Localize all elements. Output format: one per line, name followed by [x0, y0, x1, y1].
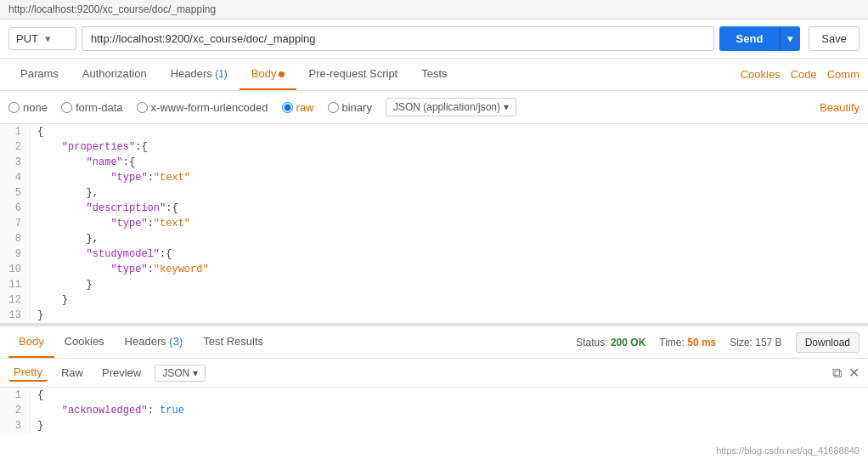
cookies-link[interactable]: Cookies — [741, 68, 781, 81]
option-form-data[interactable]: form-data — [61, 101, 123, 114]
method-select[interactable]: PUT ▾ — [8, 27, 76, 50]
save-button[interactable]: Save — [809, 26, 860, 51]
line-number: 1 — [0, 388, 31, 403]
line-content: "type":"text" — [31, 216, 190, 231]
title-url: http://localhost:9200/xc_course/doc/_map… — [8, 3, 216, 15]
body-dot — [279, 71, 285, 77]
request-tabs-row: Params Authorization Headers (1) Body Pr… — [0, 59, 868, 91]
json-select-caret: ▾ — [504, 101, 509, 113]
send-button-group: Send ▾ — [719, 26, 801, 51]
option-raw[interactable]: raw — [282, 101, 314, 114]
code-line: 3} — [0, 418, 868, 434]
line-content: "acknowledged": true — [31, 403, 184, 418]
request-body-editor[interactable]: 1{2 "properties":{3 "name":{4 "type":"te… — [0, 124, 868, 324]
response-format-row: Pretty Raw Preview JSON ▾ ⧉ ✕ — [0, 359, 868, 388]
line-number: 1 — [0, 124, 31, 139]
line-content: { — [31, 124, 43, 139]
line-number: 2 — [0, 139, 31, 155]
code-line: 3 "name":{ — [0, 155, 868, 170]
line-content: "description":{ — [31, 201, 178, 216]
response-json-select[interactable]: JSON ▾ — [155, 365, 206, 382]
send-dropdown-button[interactable]: ▾ — [780, 26, 800, 51]
send-button[interactable]: Send — [719, 26, 781, 51]
copy-icon[interactable]: ⧉ — [832, 366, 842, 381]
line-number: 3 — [0, 418, 31, 434]
code-line: 1{ — [0, 388, 868, 403]
line-number: 5 — [0, 185, 31, 201]
response-tab-cookies[interactable]: Cookies — [54, 326, 115, 358]
code-line: 6 "description":{ — [0, 201, 868, 216]
line-number: 13 — [0, 308, 31, 323]
line-number: 10 — [0, 262, 31, 277]
code-line: 4 "type":"text" — [0, 170, 868, 185]
tabs-right: Cookies Code Comm — [741, 68, 860, 81]
line-content: "type":"text" — [31, 170, 190, 185]
tab-params[interactable]: Params — [8, 59, 70, 90]
line-number: 11 — [0, 277, 31, 292]
line-content: { — [31, 388, 43, 403]
line-content: }, — [31, 231, 99, 246]
line-content: "name":{ — [31, 155, 135, 170]
beautify-button[interactable]: Beautify — [820, 101, 860, 114]
method-label: PUT — [16, 32, 38, 45]
line-content: } — [31, 308, 43, 323]
method-caret-icon: ▾ — [45, 32, 51, 45]
url-bar: PUT ▾ Send ▾ Save — [0, 20, 868, 59]
line-number: 2 — [0, 403, 31, 418]
line-content: } — [31, 292, 68, 308]
download-button[interactable]: Download — [796, 332, 860, 353]
code-line: 10 "type":"keyword" — [0, 262, 868, 277]
line-number: 9 — [0, 246, 31, 262]
clear-icon[interactable]: ✕ — [848, 365, 860, 381]
line-number: 7 — [0, 216, 31, 231]
line-content: "type":"keyword" — [31, 262, 209, 277]
code-line: 8 }, — [0, 231, 868, 246]
status-value: 200 OK — [611, 337, 645, 348]
line-number: 3 — [0, 155, 31, 170]
code-line: 2 "acknowledged": true — [0, 403, 868, 418]
line-content: }, — [31, 185, 99, 201]
tab-headers[interactable]: Headers (1) — [159, 59, 240, 90]
code-line: 2 "properties":{ — [0, 139, 868, 155]
response-icon-buttons: ⧉ ✕ — [832, 365, 860, 381]
title-bar: http://localhost:9200/xc_course/doc/_map… — [0, 0, 868, 20]
response-status: Status: 200 OK Time: 50 ms Size: 157 B D… — [576, 332, 860, 353]
comm-link[interactable]: Comm — [827, 68, 860, 81]
code-line: 13} — [0, 308, 868, 323]
url-input[interactable] — [82, 26, 714, 51]
time-value: 50 ms — [687, 337, 716, 348]
code-line: 9 "studymodel":{ — [0, 246, 868, 262]
option-none[interactable]: none — [8, 101, 48, 114]
code-link[interactable]: Code — [791, 68, 817, 81]
response-tab-body[interactable]: Body — [8, 326, 54, 358]
option-urlencoded[interactable]: x-www-form-urlencoded — [137, 101, 268, 114]
line-content: } — [31, 277, 93, 292]
tab-tests[interactable]: Tests — [409, 59, 459, 90]
line-content: "properties":{ — [31, 139, 148, 155]
format-preview[interactable]: Preview — [97, 365, 146, 381]
format-pretty[interactable]: Pretty — [8, 364, 48, 382]
line-number: 8 — [0, 231, 31, 246]
line-number: 12 — [0, 292, 31, 308]
code-line: 12 } — [0, 292, 868, 308]
json-type-select[interactable]: JSON (application/json) ▾ — [386, 98, 516, 116]
response-json-caret: ▾ — [193, 367, 198, 379]
response-tab-test-results[interactable]: Test Results — [193, 326, 273, 358]
body-options-row: none form-data x-www-form-urlencoded raw… — [0, 91, 868, 124]
response-body-editor: 1{2 "acknowledged": true3} — [0, 388, 868, 447]
tab-body[interactable]: Body — [240, 59, 297, 90]
format-raw[interactable]: Raw — [56, 365, 88, 381]
response-tabs-row: Body Cookies Headers (3) Test Results St… — [0, 324, 868, 359]
code-line: 7 "type":"text" — [0, 216, 868, 231]
tab-pre-request[interactable]: Pre-request Script — [296, 59, 409, 90]
line-content: } — [31, 418, 43, 434]
response-tab-headers[interactable]: Headers (3) — [115, 326, 194, 358]
line-content: "studymodel":{ — [31, 246, 172, 262]
option-binary[interactable]: binary — [328, 101, 372, 114]
code-line: 5 }, — [0, 185, 868, 201]
size-value: 157 B — [755, 337, 781, 348]
code-line: 11 } — [0, 277, 868, 292]
line-number: 6 — [0, 201, 31, 216]
code-line: 1{ — [0, 124, 868, 139]
tab-authorization[interactable]: Authorization — [70, 59, 159, 90]
